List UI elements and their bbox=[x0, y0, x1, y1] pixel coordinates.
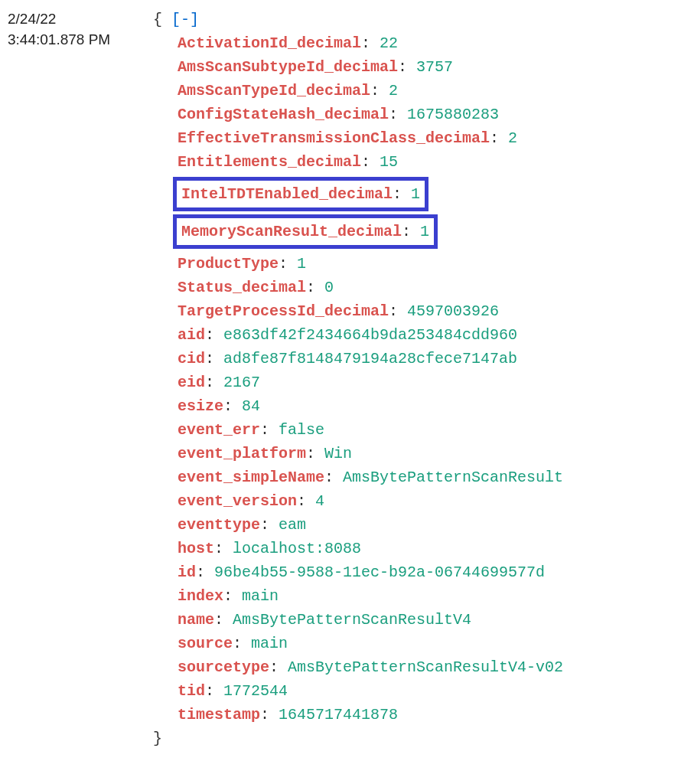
json-field-colon: : bbox=[370, 82, 389, 100]
json-field-row: ConfigStateHash_decimal: 1675880283 bbox=[153, 103, 673, 126]
json-field-row: MemoryScanResult_decimal: 1 bbox=[153, 214, 673, 249]
json-field-row: ProductType: 1 bbox=[153, 252, 673, 276]
json-field-row: event_version: 4 bbox=[153, 489, 673, 513]
json-field-value: 1645717441878 bbox=[279, 706, 398, 724]
json-field-colon: : bbox=[214, 611, 233, 629]
json-field-row: Status_decimal: 0 bbox=[153, 276, 673, 299]
json-field-value: e863df42f2434664b9da253484cdd960 bbox=[223, 326, 517, 344]
json-fields: ActivationId_decimal: 22AmsScanSubtypeId… bbox=[153, 31, 673, 727]
json-field-key: ProductType bbox=[178, 255, 279, 273]
json-field-colon: : bbox=[361, 34, 380, 52]
collapse-open-bracket: [ bbox=[171, 11, 181, 28]
json-field-row: tid: 1772544 bbox=[153, 679, 673, 703]
timestamp-column: 2/24/22 3:44:01.878 PM bbox=[8, 8, 153, 50]
json-field-value: 2167 bbox=[223, 374, 260, 391]
json-field-colon: : bbox=[306, 279, 324, 296]
json-field-colon: : bbox=[223, 397, 242, 415]
json-field-key: index bbox=[178, 587, 223, 605]
json-field-key: cid bbox=[178, 350, 205, 368]
json-field-row: TargetProcessId_decimal: 4597003926 bbox=[153, 299, 673, 323]
json-field-key: event_version bbox=[178, 492, 297, 510]
json-field-colon: : bbox=[205, 350, 223, 368]
json-field-colon: : bbox=[205, 374, 223, 391]
json-field-colon: : bbox=[233, 635, 251, 652]
json-field-row: timestamp: 1645717441878 bbox=[153, 703, 673, 727]
json-field-colon: : bbox=[279, 255, 297, 273]
json-field-key: AmsScanTypeId_decimal bbox=[178, 82, 370, 100]
log-date: 2/24/22 bbox=[8, 9, 153, 30]
json-field-colon: : bbox=[389, 106, 407, 123]
json-field-row: sourcetype: AmsBytePatternScanResultV4-v… bbox=[153, 655, 673, 679]
json-field-colon: : bbox=[223, 587, 242, 605]
json-field-value: 22 bbox=[380, 34, 398, 52]
json-field-value: main bbox=[242, 587, 279, 605]
json-field-row: Entitlements_decimal: 15 bbox=[153, 150, 673, 174]
json-field-key: AmsScanSubtypeId_decimal bbox=[178, 58, 398, 76]
json-field-row: event_simpleName: AmsBytePatternScanResu… bbox=[153, 466, 673, 489]
json-field-value: 3757 bbox=[416, 58, 453, 76]
json-field-colon: : bbox=[402, 223, 420, 240]
json-field-value: 96be4b55-9588-11ec-b92a-06744699577d bbox=[214, 564, 545, 581]
json-field-value: ad8fe87f8148479194a28cfece7147ab bbox=[223, 350, 517, 368]
json-field-row: cid: ad8fe87f8148479194a28cfece7147ab bbox=[153, 347, 673, 371]
json-field-key: event_platform bbox=[178, 445, 306, 462]
json-field-key: name bbox=[178, 611, 214, 629]
json-field-key: Entitlements_decimal bbox=[178, 153, 361, 171]
json-field-colon: : bbox=[398, 58, 416, 76]
json-open-line: { [-] bbox=[153, 8, 673, 31]
json-field-key: host bbox=[178, 540, 214, 557]
json-field-colon: : bbox=[205, 326, 223, 344]
json-field-value: 1772544 bbox=[223, 682, 288, 700]
highlight-box: MemoryScanResult_decimal: 1 bbox=[173, 214, 438, 249]
json-field-row: event_err: false bbox=[153, 418, 673, 442]
json-field-row: EffectiveTransmissionClass_decimal: 2 bbox=[153, 126, 673, 150]
json-field-row: id: 96be4b55-9588-11ec-b92a-06744699577d bbox=[153, 560, 673, 584]
json-field-key: eid bbox=[178, 374, 205, 391]
json-field-row: IntelTDTEnabled_decimal: 1 bbox=[153, 177, 673, 211]
json-field-key: IntelTDTEnabled_decimal bbox=[181, 185, 393, 203]
json-field-value: 4 bbox=[315, 492, 324, 510]
open-brace: { bbox=[153, 11, 162, 28]
json-field-value: 84 bbox=[242, 397, 260, 415]
json-field-colon: : bbox=[393, 185, 411, 203]
collapse-close-bracket: ] bbox=[190, 11, 199, 28]
json-field-row: aid: e863df42f2434664b9da253484cdd960 bbox=[153, 323, 673, 347]
json-field-value: 1 bbox=[297, 255, 306, 273]
json-field-key: tid bbox=[178, 682, 205, 700]
json-field-value: 0 bbox=[324, 279, 334, 296]
json-field-colon: : bbox=[306, 445, 324, 462]
json-field-row: AmsScanTypeId_decimal: 2 bbox=[153, 79, 673, 103]
json-field-key: event_simpleName bbox=[178, 469, 324, 486]
json-field-key: timestamp bbox=[178, 706, 260, 724]
json-field-row: esize: 84 bbox=[153, 394, 673, 418]
json-field-row: eid: 2167 bbox=[153, 371, 673, 394]
json-field-key: source bbox=[178, 635, 233, 652]
json-field-value: 1675880283 bbox=[407, 106, 499, 123]
json-field-colon: : bbox=[205, 682, 223, 700]
highlight-box: IntelTDTEnabled_decimal: 1 bbox=[173, 177, 428, 211]
json-field-colon: : bbox=[260, 516, 279, 534]
json-field-row: AmsScanSubtypeId_decimal: 3757 bbox=[153, 55, 673, 79]
json-field-value: 2 bbox=[389, 82, 398, 100]
json-field-value: AmsBytePatternScanResultV4 bbox=[233, 611, 471, 629]
json-field-row: host: localhost:8088 bbox=[153, 537, 673, 560]
close-brace: } bbox=[153, 730, 162, 747]
json-field-key: event_err bbox=[178, 421, 260, 439]
json-field-key: ConfigStateHash_decimal bbox=[178, 106, 389, 123]
json-field-value: main bbox=[251, 635, 288, 652]
collapse-toggle[interactable]: - bbox=[181, 11, 190, 28]
json-field-value: 2 bbox=[508, 129, 517, 147]
json-field-key: MemoryScanResult_decimal bbox=[181, 223, 402, 240]
json-field-row: eventtype: eam bbox=[153, 513, 673, 537]
json-field-value: localhost:8088 bbox=[233, 540, 361, 557]
json-field-key: id bbox=[178, 564, 196, 581]
json-field-key: Status_decimal bbox=[178, 279, 306, 296]
json-field-value: AmsBytePatternScanResultV4-v02 bbox=[288, 658, 563, 676]
json-field-colon: : bbox=[361, 153, 380, 171]
json-field-row: name: AmsBytePatternScanResultV4 bbox=[153, 608, 673, 632]
json-field-row: ActivationId_decimal: 22 bbox=[153, 31, 673, 55]
json-field-row: source: main bbox=[153, 632, 673, 655]
json-field-colon: : bbox=[389, 302, 407, 320]
json-field-value: 1 bbox=[420, 223, 429, 240]
json-field-colon: : bbox=[214, 540, 233, 557]
